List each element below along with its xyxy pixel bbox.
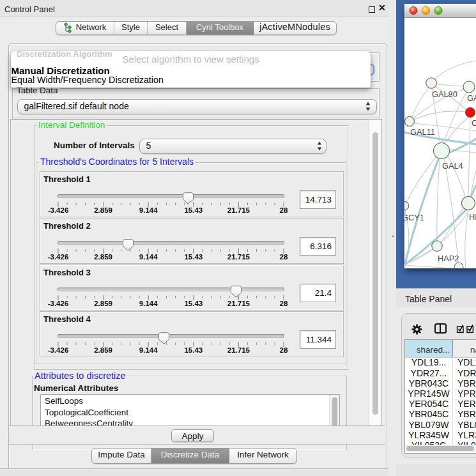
svg-text:GCY1: GCY1 <box>404 213 424 222</box>
svg-text:GAL11: GAL11 <box>410 127 435 137</box>
svg-text:GAL80: GAL80 <box>432 89 457 99</box>
svg-text:HAP2: HAP2 <box>438 254 459 263</box>
svg-text:C: C <box>472 118 476 128</box>
svg-text:HI: HI <box>469 212 476 222</box>
svg-text:GAL4: GAL4 <box>442 161 463 171</box>
svg-text:GA: GA <box>467 93 476 103</box>
